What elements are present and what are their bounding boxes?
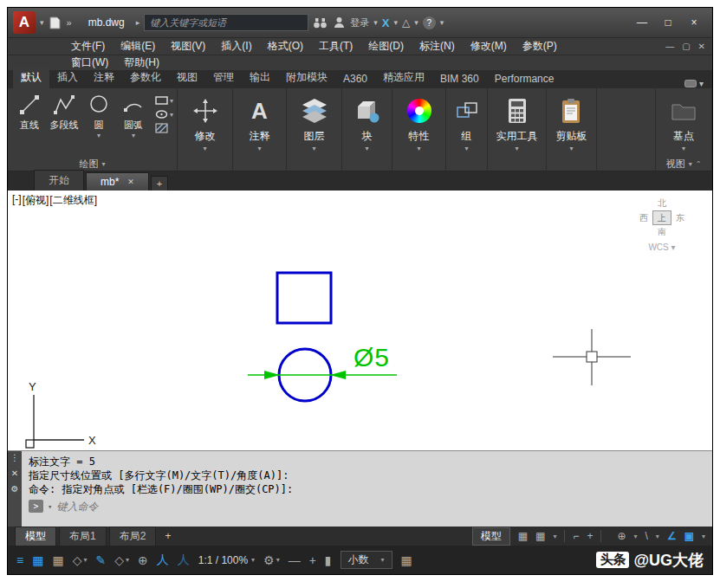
tab-manage[interactable]: 管理 bbox=[205, 68, 242, 88]
tab-performance[interactable]: Performance bbox=[487, 70, 562, 88]
drawing-canvas[interactable]: Ø5 Y X bbox=[8, 191, 712, 450]
workspace-icon[interactable]: 人 bbox=[178, 552, 190, 568]
autocad-logo[interactable]: A bbox=[13, 11, 36, 34]
circle-tool[interactable]: 圆 ▾ bbox=[82, 93, 115, 156]
graphics-performance-icon[interactable]: ▮ bbox=[325, 553, 332, 567]
arc-tool[interactable]: 圆弧 ▾ bbox=[117, 93, 150, 156]
layers-button[interactable]: 图层 ▾ bbox=[287, 88, 341, 171]
tab-output[interactable]: 输出 bbox=[242, 68, 278, 88]
groups-button[interactable]: 组 ▾ bbox=[446, 88, 487, 171]
chevron-up-icon[interactable]: ⌃ bbox=[696, 160, 702, 168]
hatch-tool[interactable] bbox=[155, 123, 173, 133]
tab-view[interactable]: 视图 bbox=[169, 68, 205, 88]
menu-file[interactable]: 文件(F) bbox=[63, 39, 113, 54]
tab-a360[interactable]: A360 bbox=[335, 70, 375, 88]
doc-minimize-icon[interactable]: — bbox=[665, 42, 674, 51]
dynamic-ucs-icon[interactable]: ⊕ bbox=[138, 553, 148, 567]
tab-bim360[interactable]: BIM 360 bbox=[432, 70, 487, 88]
snap-icon[interactable]: ▦ bbox=[52, 553, 63, 567]
tab-parametric[interactable]: 参数化 bbox=[122, 68, 169, 88]
ribbon-display-toggle[interactable]: ▾ bbox=[684, 79, 704, 88]
menu-parametric[interactable]: 参数(P) bbox=[515, 39, 565, 54]
polar-tracking-icon[interactable]: ⊕ bbox=[617, 530, 626, 542]
basepoint-button[interactable]: 基点 ▾ bbox=[656, 88, 711, 156]
new-layout-button[interactable]: + bbox=[159, 530, 177, 542]
maximize-button[interactable]: □ bbox=[655, 12, 681, 33]
layout-list-icon[interactable]: ≡ bbox=[16, 553, 23, 567]
view-panel-title[interactable]: 视图 ▾ ⌃ bbox=[666, 156, 702, 171]
isodraft-icon[interactable]: ✎ bbox=[95, 553, 106, 567]
help-icon[interactable]: ? bbox=[423, 16, 436, 29]
close-palette-icon[interactable]: ✕ bbox=[11, 468, 18, 478]
annotation-caret-icon[interactable]: ▾ bbox=[702, 533, 705, 540]
properties-button[interactable]: 特性 ▾ bbox=[392, 88, 445, 171]
new-drawing-button[interactable]: + bbox=[151, 176, 168, 191]
diameter-dimension[interactable]: Ø5 bbox=[248, 343, 397, 379]
modify-button[interactable]: 修改 ▾ bbox=[178, 88, 232, 171]
menu-format[interactable]: 格式(O) bbox=[260, 39, 311, 54]
search-binoculars-icon[interactable] bbox=[313, 15, 328, 30]
a360-caret-icon[interactable]: ▾ bbox=[414, 18, 418, 27]
command-input[interactable] bbox=[56, 501, 705, 513]
ellipse-tool[interactable]: ▾ bbox=[155, 109, 173, 120]
snap-mode-icon[interactable]: ▦ bbox=[535, 530, 545, 542]
menu-insert[interactable]: 插入(I) bbox=[213, 39, 259, 54]
search-input[interactable] bbox=[144, 14, 308, 31]
polyline-tool[interactable]: 多段线 bbox=[48, 93, 81, 156]
line-tool[interactable]: 直线 bbox=[13, 93, 46, 156]
tab-start[interactable]: 开始 bbox=[34, 170, 84, 191]
utilities-button[interactable]: 实用工具 ▾ bbox=[488, 88, 546, 171]
tab-model[interactable]: 模型 bbox=[15, 527, 56, 546]
tab-drawing-mb[interactable]: mb* ✕ bbox=[86, 172, 149, 191]
tab-insert[interactable]: 插入 bbox=[49, 68, 86, 88]
close-tab-icon[interactable]: ✕ bbox=[127, 178, 134, 186]
clean-screen-icon[interactable]: ▦ bbox=[401, 553, 412, 567]
clipboard-button[interactable]: 剪贴板 ▾ bbox=[547, 88, 596, 171]
square-entity[interactable] bbox=[277, 273, 331, 323]
dynamic-input-icon[interactable]: + bbox=[587, 530, 593, 542]
tab-home[interactable]: 默认 bbox=[13, 68, 49, 88]
help-caret-icon[interactable]: ▾ bbox=[440, 18, 444, 27]
menu-edit[interactable]: 编辑(E) bbox=[113, 39, 163, 54]
qat-expand-icon[interactable]: » bbox=[67, 17, 72, 28]
rectangle-tool[interactable]: ▾ bbox=[155, 95, 173, 106]
sign-in-label[interactable]: 登录 bbox=[350, 16, 369, 29]
sign-in-caret-icon[interactable]: ▾ bbox=[373, 18, 378, 27]
object-snap-icon[interactable]: ∠ bbox=[667, 530, 677, 542]
selection-cycling-icon[interactable]: 人 bbox=[157, 552, 169, 568]
annotation-settings-icon[interactable]: ⚙▾ bbox=[263, 553, 280, 567]
snap-caret-icon[interactable]: ▾ bbox=[553, 533, 556, 540]
tab-layout2[interactable]: 布局2 bbox=[109, 527, 157, 546]
osnap-icon[interactable]: ◇▾ bbox=[114, 553, 129, 567]
tab-featured-apps[interactable]: 精选应用 bbox=[375, 68, 432, 88]
menu-dimension[interactable]: 标注(N) bbox=[412, 39, 463, 54]
a360-icon[interactable]: △ bbox=[402, 16, 410, 29]
doc-restore-icon[interactable]: ▢ bbox=[682, 42, 690, 51]
annotate-button[interactable]: A 注释 ▾ bbox=[233, 88, 286, 171]
ucs-icon[interactable]: Y X bbox=[26, 380, 96, 448]
tab-annotate[interactable]: 注释 bbox=[86, 68, 122, 88]
menu-draw[interactable]: 绘图(D) bbox=[360, 39, 412, 54]
zoom-in-icon[interactable]: + bbox=[309, 553, 316, 567]
menu-tools[interactable]: 工具(T) bbox=[311, 39, 360, 54]
tab-addins[interactable]: 附加模块 bbox=[278, 68, 335, 88]
doc-close-icon[interactable]: ✕ bbox=[698, 42, 705, 51]
search-history-icon[interactable]: ▸ bbox=[136, 18, 140, 27]
grid-display-icon[interactable]: ▦ bbox=[518, 530, 528, 542]
infer-constraints-icon[interactable]: ⌐ bbox=[573, 530, 579, 542]
menu-view[interactable]: 视图(V) bbox=[163, 39, 213, 54]
recent-commands-icon[interactable]: ▾ bbox=[48, 502, 52, 511]
menu-modify[interactable]: 修改(M) bbox=[463, 39, 515, 54]
new-document-icon[interactable] bbox=[49, 15, 62, 30]
exchange-caret-icon[interactable]: ▾ bbox=[393, 18, 398, 27]
annotation-scale-control[interactable]: 1:1 / 100% ▾ bbox=[198, 554, 255, 566]
units-select[interactable]: 小数 ▾ bbox=[341, 551, 392, 569]
user-icon[interactable] bbox=[332, 15, 346, 30]
exchange-apps-icon[interactable]: X bbox=[382, 16, 390, 29]
block-button[interactable]: 块 ▾ bbox=[342, 88, 392, 171]
chevron-down-icon[interactable]: ▾ bbox=[97, 132, 101, 139]
minimize-button[interactable]: — bbox=[629, 12, 655, 33]
isoplane-icon[interactable]: \ bbox=[645, 530, 648, 542]
grid-icon[interactable]: ▦ bbox=[32, 553, 43, 567]
polar-caret-icon[interactable]: ▾ bbox=[634, 533, 638, 540]
